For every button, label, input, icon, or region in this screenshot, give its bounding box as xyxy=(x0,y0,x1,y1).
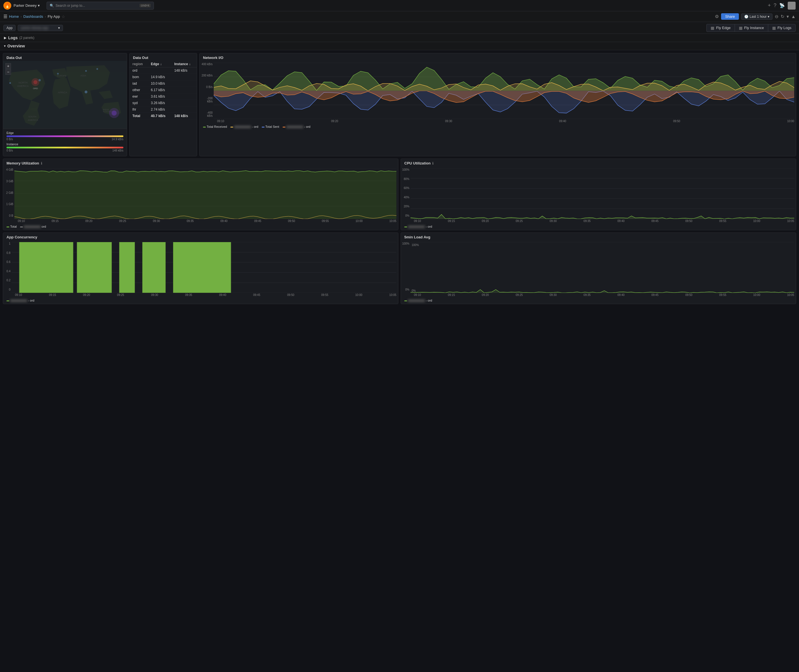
top-panels: Data Out xyxy=(3,53,796,156)
cpu-y-20: 20% xyxy=(402,205,409,208)
x-0950: 09:50 xyxy=(673,120,680,123)
logs-count: (2 panels) xyxy=(19,36,34,40)
rss-icon[interactable]: 📡 xyxy=(779,3,785,8)
edge-bar-fill xyxy=(6,135,124,137)
zoom-in-button[interactable]: + xyxy=(5,63,11,69)
load-canvas xyxy=(411,242,794,293)
tab-fly-edge[interactable]: ▦ Fly Edge xyxy=(706,24,734,32)
instance-bar-container xyxy=(6,147,124,149)
tab-fly-instance[interactable]: ▦ Fly Instance xyxy=(735,24,768,32)
cell-instance xyxy=(172,93,197,100)
la-x-0920: 09:20 xyxy=(482,293,489,296)
breadcrumb-home[interactable]: Home xyxy=(9,14,19,19)
tab-fly-logs-label: Fly Logs xyxy=(778,26,791,30)
svg-text:ORD: ORD xyxy=(33,87,38,90)
app-selector[interactable]: parker-dewey-app ▾ xyxy=(18,25,63,31)
cpu-canvas xyxy=(411,168,794,219)
memory-info-icon[interactable]: ℹ xyxy=(41,162,42,165)
zoom-out-button[interactable]: − xyxy=(5,69,11,75)
collapse-icon[interactable]: ▲ xyxy=(791,14,796,19)
settings-icon[interactable]: ⚙ xyxy=(715,14,719,19)
network-io-chart-area: 400 kB/s 200 kB/s 0 B/s -200 kB/s -400 k… xyxy=(200,61,796,119)
x-1000: 10:00 xyxy=(787,120,794,123)
cx-0940: 09:40 xyxy=(618,219,624,222)
y-neg200: -200 kB/s xyxy=(201,97,213,103)
help-icon[interactable]: ? xyxy=(773,3,777,8)
data-out-map-title: Data Out xyxy=(3,53,127,61)
overview-collapse-icon[interactable]: ▾ xyxy=(4,44,6,48)
cell-region: lhr xyxy=(130,106,148,113)
map-dot-bom xyxy=(85,91,88,93)
time-range-selector[interactable]: 🕐 Last 1 hour ▾ xyxy=(741,14,772,20)
concurrency-legend: - ord xyxy=(3,297,398,304)
instance-bar-fill xyxy=(6,147,124,149)
cpu-y-0: 0% xyxy=(402,214,409,217)
network-io-canvas-container xyxy=(214,61,796,119)
logs-label: Logs xyxy=(8,35,18,40)
tab-fly-logs[interactable]: ▦ Fly Logs xyxy=(768,24,796,32)
la-x-0955: 09:55 xyxy=(719,293,727,296)
search-bar[interactable]: 🔍 Search or jump to... cmd+k xyxy=(47,2,154,10)
app-tabs: ▦ Fly Edge ▦ Fly Instance ▦ Fly Logs xyxy=(706,24,796,32)
org-selector[interactable]: Parker Dewey ▾ xyxy=(14,3,40,8)
concurrency-canvas xyxy=(11,242,396,293)
mx-0935: 09:35 xyxy=(187,219,194,222)
edge-bar-container xyxy=(6,135,124,137)
cell-instance xyxy=(172,80,197,87)
map-background: NORTH AMERICA EUROPE ASIA AFRICA SOUTH A… xyxy=(3,61,127,129)
breadcrumb-right: ⚙ Share 🕐 Last 1 hour ▾ ⊖ ↻ ▾ ▲ xyxy=(715,13,796,20)
clock-icon: 🕐 xyxy=(744,15,748,19)
app-selector-chevron: ▾ xyxy=(58,26,60,30)
map-dot-3 xyxy=(57,73,59,75)
la-blur xyxy=(408,299,425,302)
plus-icon[interactable]: + xyxy=(768,3,771,8)
refresh-icon[interactable]: ↻ xyxy=(781,14,784,19)
search-placeholder: Search or jump to... xyxy=(56,4,85,8)
cx-0950: 09:50 xyxy=(685,219,692,222)
concurrency-chart-area: 1 0.8 0.6 0.4 0.2 0 xyxy=(3,240,398,293)
legend-dot-1 xyxy=(203,127,206,128)
la-legend-ord: - ord xyxy=(404,299,432,302)
logs-expand-icon[interactable]: ▶ xyxy=(4,36,6,40)
tab-fly-edge-label: Fly Edge xyxy=(716,26,730,30)
cpu-y-80: 80% xyxy=(402,178,409,181)
cpu-canvas-container xyxy=(411,166,796,219)
cell-region: syd xyxy=(130,100,148,106)
top-nav-right-icons: + ? 📡 xyxy=(768,2,796,10)
avatar[interactable] xyxy=(788,2,796,10)
legend-item-1: Total Received xyxy=(203,125,227,128)
cpu-info-icon[interactable]: ℹ xyxy=(432,162,434,165)
star-icon[interactable]: ☆ xyxy=(61,14,65,19)
zoom-out-icon[interactable]: ⊖ xyxy=(775,14,778,19)
data-out-map-panel: Data Out xyxy=(3,53,127,156)
concurrency-x-labels: 09:10 09:15 09:20 09:25 09:30 09:35 09:4… xyxy=(3,293,398,297)
cx-0925: 09:25 xyxy=(516,219,523,222)
col-instance[interactable]: Instance ↓ xyxy=(172,61,197,67)
overview-label: Overview xyxy=(7,44,25,48)
mx-0950: 09:50 xyxy=(288,219,295,222)
col-edge[interactable]: Edge ↓ xyxy=(148,61,172,67)
hamburger-icon[interactable]: ☰ xyxy=(3,14,7,19)
settings2-icon[interactable]: ▾ xyxy=(786,14,789,19)
la-y-100: 100% xyxy=(402,242,409,245)
memory-canvas-container xyxy=(14,166,398,219)
bot-panels: App Concurrency 1 0.8 0.6 0.4 0.2 0 09:1… xyxy=(3,232,796,304)
cx-1000: 10:00 xyxy=(753,219,760,222)
share-button[interactable]: Share xyxy=(721,13,739,20)
cpu-x-labels: 09:10 09:15 09:20 09:25 09:30 09:35 09:4… xyxy=(401,219,796,223)
instance-min: 0 B/s xyxy=(6,149,13,152)
legend-blur-2 xyxy=(286,126,303,128)
mx-0940: 09:40 xyxy=(220,219,228,222)
map-dot-1 xyxy=(85,70,87,72)
world-map-svg: NORTH AMERICA EUROPE ASIA AFRICA SOUTH A… xyxy=(3,61,127,129)
svg-text:AFRICA: AFRICA xyxy=(58,91,67,94)
svg-point-12 xyxy=(112,110,117,116)
edge-min: 0 B/s xyxy=(6,138,13,141)
cpu-y-100: 100% xyxy=(402,168,409,171)
cx-0945: 09:45 xyxy=(651,219,658,222)
load-legend: - ord xyxy=(401,297,796,304)
breadcrumb-dashboards[interactable]: Dashboards xyxy=(23,14,43,19)
svg-text:NORTH: NORTH xyxy=(19,81,28,84)
co-x-0925: 09:25 xyxy=(117,293,124,296)
network-io-y-labels: 400 kB/s 200 kB/s 0 B/s -200 kB/s -400 k… xyxy=(200,61,214,119)
